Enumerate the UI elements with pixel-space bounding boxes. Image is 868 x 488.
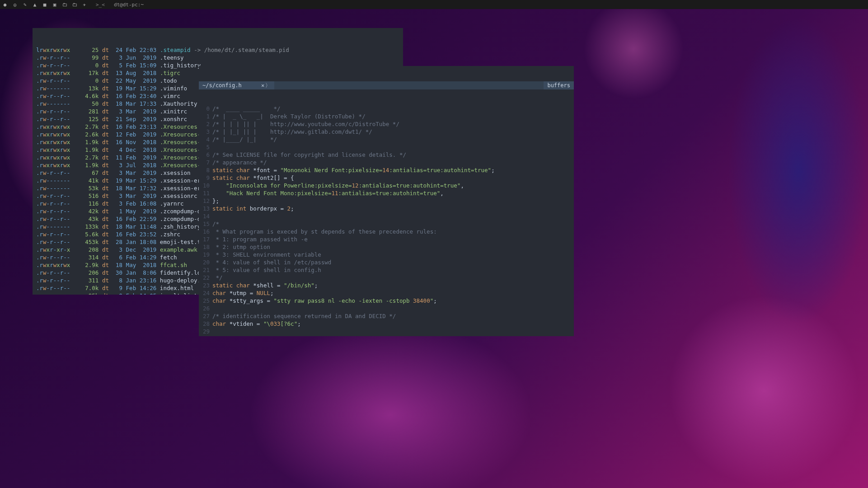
window-title: dt@dt-pc:~ <box>114 2 144 8</box>
code-area[interactable]: /* ____ _____ *//* | _ \_ _| Derek Taylo… <box>212 105 574 336</box>
vim-editor-pane[interactable]: ~/s/config.h ✕ 〉 buffers 012345678910111… <box>199 66 574 336</box>
code-line: char *vtiden = "\033[?6c"; <box>212 320 574 328</box>
code-line: }; <box>212 197 574 205</box>
tray-icon[interactable]: ▲ <box>30 2 40 8</box>
tray-icon[interactable]: 🗀 <box>70 2 80 8</box>
code-line: /* | | | || | http://www.youtube.com/c/D… <box>212 120 574 128</box>
code-line: static char *font2[] = { <box>212 174 574 182</box>
system-topbar: ●◎✎▲■▣🗀🗀✈ >_< dt@dt-pc:~ <box>0 0 868 9</box>
code-line <box>212 212 574 220</box>
code-line: * 1: program passed with -e <box>212 235 574 243</box>
buffers-button[interactable]: buffers <box>544 81 574 89</box>
code-line: static int borderpx = 2; <box>212 205 574 212</box>
code-line: char *utmp = NULL; <box>212 289 574 297</box>
editor-tab-active[interactable]: ~/s/config.h ✕ 〉 <box>199 81 274 89</box>
list-item: lrwxrwxrwx 25 dt 24 Feb 22:03 .steampid … <box>36 46 399 54</box>
code-line: /* identification sequence returned in D… <box>212 312 574 320</box>
tray-icons: ●◎✎▲■▣🗀🗀✈ <box>0 2 89 8</box>
chevron-down-icon: 〉 <box>265 82 271 89</box>
tab-path: ~/s/config.h <box>202 82 242 89</box>
code-line: char *stty_args = "stty raw pass8 nl -ec… <box>212 297 574 305</box>
code-line: /* Kerning / character bounding-box mult… <box>212 335 574 336</box>
code-line: "Inconsolata for Powerline:pixelsize=12:… <box>212 182 574 189</box>
code-line <box>212 143 574 151</box>
code-line: static char *shell = "/bin/sh"; <box>212 282 574 289</box>
code-line <box>212 328 574 335</box>
line-numbers: 0123456789101112131415161718192021222324… <box>199 105 212 336</box>
code-line: /* | |_| || | http://www.gitlab.com/dwt1… <box>212 128 574 136</box>
tray-icon[interactable]: ✎ <box>20 2 30 8</box>
code-line: * 5: value of shell in config.h <box>212 266 574 274</box>
code-line: * 2: utmp option <box>212 243 574 251</box>
tray-icon[interactable]: ● <box>0 2 10 8</box>
code-line: /* appearance */ <box>212 159 574 166</box>
code-line: */ <box>212 274 574 282</box>
code-line: * 3: SHELL environment variable <box>212 251 574 258</box>
code-line: * 4: value of shell in /etc/passwd <box>212 258 574 266</box>
code-line: /* ____ _____ */ <box>212 105 574 113</box>
code-line: static char *font = "Mononoki Nerd Font:… <box>212 166 574 174</box>
code-line: /* <box>212 220 574 228</box>
tray-icon[interactable]: 🗀 <box>60 2 70 8</box>
code-line <box>212 305 574 312</box>
close-icon[interactable]: ✕ <box>261 82 264 89</box>
editor-body[interactable]: 0123456789101112131415161718192021222324… <box>199 105 574 336</box>
code-line: /* | _ \_ _| Derek Taylor (DistroTube) *… <box>212 113 574 120</box>
workspace-tag[interactable]: >_< <box>96 2 105 8</box>
code-line: /* |____/ |_| */ <box>212 136 574 143</box>
editor-tabbar: ~/s/config.h ✕ 〉 buffers <box>199 81 574 89</box>
list-item: .rw-r--r-- 99 dt 3 Jun 2019 .teensy <box>36 54 399 61</box>
code-line: "Hack Nerd Font Mono:pixelsize=11:antial… <box>212 189 574 197</box>
code-line: * What program is execed by st depends o… <box>212 228 574 235</box>
tray-icon[interactable]: ▣ <box>50 2 60 8</box>
tray-icon[interactable]: ✈ <box>80 2 89 8</box>
tray-icon[interactable]: ◎ <box>10 2 20 8</box>
code-line: /* See LICENSE file for copyright and li… <box>212 151 574 159</box>
tray-icon[interactable]: ■ <box>40 2 50 8</box>
